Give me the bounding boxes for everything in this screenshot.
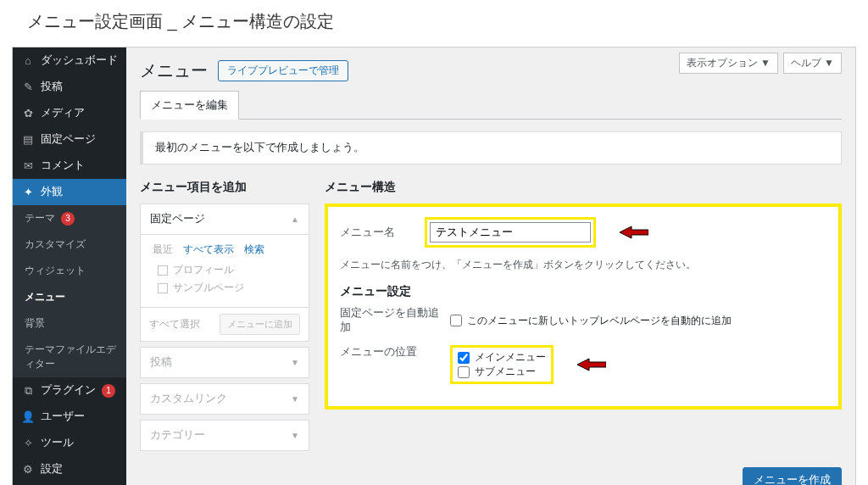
add-items-heading: メニュー項目を追加 (140, 180, 309, 195)
checkbox[interactable] (158, 283, 168, 293)
accordion-head-posts[interactable]: 投稿▼ (141, 348, 309, 377)
location-main-option[interactable]: メインメニュー (458, 350, 546, 365)
sidebar-sub-themes[interactable]: テーマ 3 (13, 205, 126, 231)
add-to-menu-button[interactable]: メニューに追加 (220, 314, 300, 335)
sidebar-sub-label: ウィジェット (25, 264, 86, 278)
sidebar-sub-theme-editor[interactable]: テーマファイルエディター (13, 337, 126, 377)
sidebar-label-users: ユーザー (41, 410, 85, 424)
sidebar-sub-label: テーマファイルエディター (25, 343, 118, 371)
acc-title: 固定ページ (150, 212, 205, 226)
auto-add-text: このメニューに新しいトップレベルページを自動的に追加 (467, 314, 732, 328)
menu-name-input[interactable] (430, 222, 591, 242)
svg-marker-1 (577, 359, 606, 371)
sidebar-sub-menus[interactable]: メニュー (13, 284, 126, 310)
menu-help-text: メニューに名前をつけ、「メニューを作成」ボタンをクリックしてください。 (340, 258, 826, 272)
accordion-posts: 投稿▼ (140, 347, 309, 378)
sidebar-item-users[interactable]: 👤ユーザー (13, 404, 126, 430)
tab-edit-menu[interactable]: メニューを編集 (140, 91, 239, 120)
page-title: メニュー (140, 59, 208, 82)
sidebar-sub-customize[interactable]: カスタマイズ (13, 231, 126, 258)
sidebar-label-comments: コメント (41, 159, 85, 173)
select-all-link[interactable]: すべて選択 (149, 318, 200, 331)
sidebar-sub-background[interactable]: 背景 (13, 310, 126, 337)
sidebar-item-plugins[interactable]: ⧉プラグイン 1 (13, 377, 126, 404)
sidebar-sub-label: メニュー (25, 290, 65, 304)
acc-title: カテゴリー (150, 428, 205, 443)
page-item-profile[interactable]: プロフィール (158, 263, 300, 277)
chevron-up-icon: ▲ (291, 215, 299, 224)
create-menu-button[interactable]: メニューを作成 (743, 467, 842, 485)
auto-add-label: 固定ページを自動追加 (340, 306, 442, 335)
dashboard-icon: ⌂ (21, 54, 35, 68)
accordion-head-custom-links[interactable]: カスタムリンク▼ (141, 384, 309, 414)
main-content: 表示オプション ▼ ヘルプ ▼ メニュー ライブプレビューで管理 メニューを編集… (126, 47, 855, 485)
sidebar-label-posts: 投稿 (41, 80, 63, 94)
sidebar-item-posts[interactable]: ✎投稿 (13, 74, 126, 100)
document-title: メニュー設定画面 _ メニュー構造の設定 (0, 0, 868, 47)
menu-location-highlight: メインメニュー サブメニュー (450, 345, 554, 384)
admin-sidebar: ⌂ダッシュボード ✎投稿 ✿メディア ▤固定ページ ✉コメント ✦外観 テーマ … (13, 47, 126, 485)
sidebar-sub-widgets[interactable]: ウィジェット (13, 258, 126, 284)
sidebar-item-dashboard[interactable]: ⌂ダッシュボード (13, 47, 126, 74)
menu-name-label: メニュー名 (340, 226, 416, 240)
subtab-recent[interactable]: 最近 (153, 243, 173, 256)
location-sub-checkbox[interactable] (458, 366, 470, 378)
auto-add-checkbox[interactable] (450, 315, 462, 326)
sidebar-label-settings: 設定 (41, 462, 63, 477)
subtab-search[interactable]: 検索 (244, 243, 264, 256)
sidebar-item-tools[interactable]: ✧ツール (13, 430, 126, 456)
location-main-checkbox[interactable] (458, 352, 470, 364)
location-main-text: メインメニュー (475, 350, 546, 365)
accordion-head-pages[interactable]: 固定ページ▲ (141, 204, 309, 234)
sidebar-label-plugins: プラグイン (41, 383, 96, 398)
sidebar-item-settings[interactable]: ⚙設定 (13, 456, 126, 482)
accordion-custom-links: カスタムリンク▼ (140, 383, 309, 415)
sidebar-item-appearance[interactable]: ✦外観 (13, 179, 126, 205)
update-badge: 1 (102, 384, 115, 398)
auto-add-option[interactable]: このメニューに新しいトップレベルページを自動的に追加 (450, 314, 732, 328)
chevron-down-icon: ▼ (291, 358, 299, 367)
accordion-head-categories[interactable]: カテゴリー▼ (141, 421, 309, 450)
page-item-label: プロフィール (173, 263, 234, 277)
help-button[interactable]: ヘルプ ▼ (783, 53, 842, 74)
live-preview-button[interactable]: ライブプレビューで管理 (218, 60, 348, 81)
annotation-arrow-icon (620, 225, 648, 240)
sidebar-sub-label: カスタマイズ (25, 237, 86, 252)
chevron-down-icon: ▼ (291, 394, 299, 404)
media-icon: ✿ (21, 107, 35, 120)
menu-settings-heading: メニュー設定 (340, 284, 826, 299)
accordion-pages: 固定ページ▲ 最近 すべて表示 検索 プロフィール サンプルページ すべて選択 … (140, 203, 309, 342)
sidebar-item-media[interactable]: ✿メディア (13, 100, 126, 126)
plugin-icon: ⧉ (21, 384, 35, 398)
checkbox[interactable] (158, 265, 168, 276)
sidebar-item-comments[interactable]: ✉コメント (13, 153, 126, 179)
sidebar-sub-label: 背景 (25, 316, 45, 331)
location-sub-option[interactable]: サブメニュー (458, 365, 546, 379)
screen-options-button[interactable]: 表示オプション ▼ (679, 53, 778, 74)
sidebar-label-pages: 固定ページ (41, 132, 96, 147)
sidebar-item-pages[interactable]: ▤固定ページ (13, 126, 126, 153)
page-item-sample[interactable]: サンプルページ (158, 281, 300, 295)
page-item-label: サンプルページ (173, 281, 244, 295)
sidebar-label-media: メディア (41, 106, 85, 120)
sidebar-label-appearance: 外観 (41, 185, 63, 199)
info-notice: 最初のメニューを以下で作成しましょう。 (140, 131, 842, 164)
user-icon: 👤 (21, 410, 35, 424)
annotation-arrow-icon (577, 357, 606, 372)
menu-tabs: メニューを編集 (140, 91, 842, 120)
chevron-down-icon: ▼ (291, 431, 299, 440)
wp-admin-frame: ⌂ダッシュボード ✎投稿 ✿メディア ▤固定ページ ✉コメント ✦外観 テーマ … (12, 47, 856, 485)
subtab-all[interactable]: すべて表示 (183, 243, 234, 256)
acc-title: 投稿 (150, 355, 172, 370)
menu-location-label: メニューの位置 (340, 345, 442, 360)
settings-icon: ⚙ (21, 463, 35, 477)
menu-structure-panel: メニュー名 メニューに名前をつけ、「メニューを作成」ボタンをクリックしてください… (325, 203, 842, 410)
location-sub-text: サブメニュー (475, 365, 536, 379)
brush-icon: ✦ (21, 186, 35, 199)
menu-structure-heading: メニュー構造 (325, 180, 842, 195)
comment-icon: ✉ (21, 159, 35, 173)
menu-name-highlight (425, 217, 596, 248)
acc-title: カスタムリンク (150, 392, 227, 406)
sidebar-sub-label: テーマ (25, 211, 55, 226)
accordion-categories: カテゴリー▼ (140, 420, 309, 451)
